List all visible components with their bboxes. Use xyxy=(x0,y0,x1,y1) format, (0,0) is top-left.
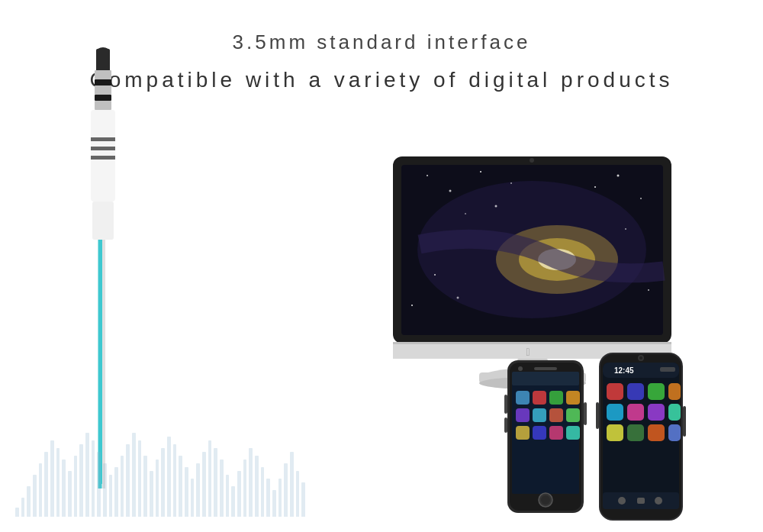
svg-rect-49 xyxy=(533,391,546,405)
eq-bar xyxy=(284,463,288,517)
eq-bar xyxy=(15,508,19,517)
eq-bar xyxy=(161,448,165,517)
svg-point-24 xyxy=(480,171,481,172)
svg-rect-4 xyxy=(95,85,111,95)
svg-rect-80 xyxy=(668,404,681,421)
svg-rect-3 xyxy=(95,79,111,85)
eq-bar xyxy=(126,444,130,517)
iphone-device xyxy=(504,356,588,509)
equalizer-bars xyxy=(15,395,305,517)
svg-rect-76 xyxy=(668,383,681,400)
eq-bar xyxy=(179,456,182,517)
eq-bar xyxy=(226,475,230,517)
svg-rect-81 xyxy=(607,424,623,441)
eq-bar xyxy=(44,452,48,517)
svg-point-25 xyxy=(510,182,512,184)
svg-point-31 xyxy=(625,228,626,230)
eq-bar xyxy=(50,440,54,517)
svg-rect-2 xyxy=(95,70,111,79)
svg-point-36 xyxy=(530,158,534,163)
svg-rect-47 xyxy=(512,372,579,385)
svg-point-29 xyxy=(465,213,466,214)
eq-bar xyxy=(272,490,276,517)
svg-rect-75 xyxy=(648,383,665,400)
eq-bar xyxy=(27,486,31,517)
svg-rect-50 xyxy=(549,391,563,405)
eq-bar xyxy=(121,456,124,517)
eq-bar xyxy=(103,463,107,517)
svg-point-35 xyxy=(411,305,413,306)
svg-rect-83 xyxy=(648,424,665,441)
svg-rect-51 xyxy=(566,391,580,405)
eq-bar xyxy=(185,467,188,517)
svg-point-26 xyxy=(617,175,620,177)
svg-rect-73 xyxy=(607,383,623,400)
svg-rect-5 xyxy=(95,95,111,101)
eq-bar xyxy=(196,463,200,517)
svg-rect-74 xyxy=(627,383,644,400)
svg-rect-48 xyxy=(516,391,530,405)
eq-bar xyxy=(237,471,241,517)
svg-rect-65 xyxy=(504,418,507,433)
svg-point-34 xyxy=(648,289,649,291)
svg-rect-59 xyxy=(566,426,580,440)
eq-bar xyxy=(39,463,43,517)
eq-bar xyxy=(173,444,177,517)
eq-bar xyxy=(132,433,136,517)
eq-bar xyxy=(143,456,147,517)
svg-rect-64 xyxy=(504,395,507,414)
eq-bar xyxy=(21,498,25,517)
svg-rect-87 xyxy=(637,498,645,504)
svg-rect-56 xyxy=(516,426,530,440)
eq-bar xyxy=(296,471,300,517)
eq-bar xyxy=(138,440,142,517)
svg-point-63 xyxy=(518,366,523,371)
eq-bar xyxy=(109,475,113,517)
svg-rect-8 xyxy=(91,137,115,141)
samsung-device: 12:45 xyxy=(595,349,687,517)
eq-bar xyxy=(74,456,78,517)
eq-bar xyxy=(56,448,60,517)
svg-rect-91 xyxy=(596,402,599,429)
svg-point-23 xyxy=(449,190,452,192)
eq-bar xyxy=(266,479,270,517)
eq-bar xyxy=(290,452,294,517)
eq-bar xyxy=(114,467,118,517)
eq-bar xyxy=(167,437,171,517)
svg-point-32 xyxy=(434,274,436,276)
svg-rect-6 xyxy=(95,101,111,110)
eq-bar xyxy=(191,479,195,517)
eq-bar xyxy=(249,448,253,517)
eq-bar xyxy=(208,440,212,517)
eq-bar xyxy=(301,482,305,517)
svg-point-30 xyxy=(495,205,497,208)
svg-rect-38 xyxy=(393,342,671,344)
eq-bar xyxy=(261,467,265,517)
svg-rect-9 xyxy=(91,147,115,150)
svg-text:12:45: 12:45 xyxy=(614,366,634,375)
svg-rect-92 xyxy=(683,406,686,437)
eq-bar xyxy=(202,452,206,517)
svg-rect-78 xyxy=(627,404,644,421)
eq-bar xyxy=(255,456,259,517)
eq-bar xyxy=(156,459,159,517)
eq-bar xyxy=(150,471,153,517)
svg-point-90 xyxy=(639,356,642,360)
svg-rect-79 xyxy=(648,404,665,421)
svg-point-27 xyxy=(640,198,642,199)
eq-bar xyxy=(85,433,89,517)
svg-rect-55 xyxy=(566,408,580,422)
svg-rect-11 xyxy=(92,202,114,240)
eq-bar xyxy=(33,475,37,517)
eq-bar xyxy=(62,459,66,517)
svg-rect-66 xyxy=(584,402,587,425)
eq-bar xyxy=(278,479,282,517)
svg-rect-84 xyxy=(668,424,681,441)
svg-rect-52 xyxy=(516,408,530,422)
svg-rect-54 xyxy=(549,408,563,422)
svg-rect-57 xyxy=(533,426,546,440)
eq-bar xyxy=(231,486,235,517)
svg-point-33 xyxy=(457,297,459,299)
eq-bar xyxy=(220,459,224,517)
svg-point-86 xyxy=(618,497,626,505)
